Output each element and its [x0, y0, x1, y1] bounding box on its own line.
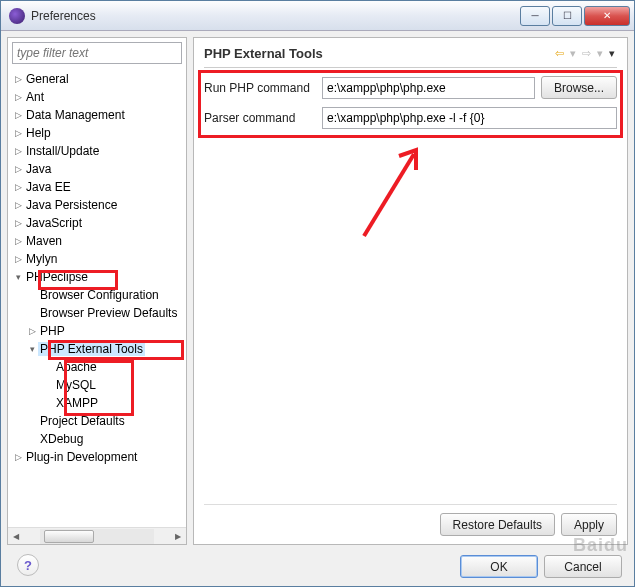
- help-icon[interactable]: ?: [17, 554, 39, 576]
- expand-icon[interactable]: ▷: [12, 92, 24, 102]
- tree-item[interactable]: ▷Java EE: [8, 178, 186, 196]
- forward-icon: ⇨: [580, 47, 593, 60]
- preferences-window: Preferences ─ ☐ ✕ ▷General▷Ant▷Data Mana…: [0, 0, 635, 587]
- close-button[interactable]: ✕: [584, 6, 630, 26]
- run-command-input[interactable]: [322, 77, 535, 99]
- tree-item-label: Mylyn: [24, 252, 59, 266]
- tree-item[interactable]: Project Defaults: [8, 412, 186, 430]
- expand-icon[interactable]: ▷: [26, 326, 38, 336]
- tree-item-label: Java EE: [24, 180, 73, 194]
- tree-item-label: PHP External Tools: [38, 342, 145, 356]
- tree-item-label: Apache: [54, 360, 99, 374]
- page-title: PHP External Tools: [204, 46, 553, 61]
- tree-item[interactable]: XDebug: [8, 430, 186, 448]
- horizontal-scrollbar[interactable]: ◀ ▶: [8, 527, 186, 544]
- expand-icon[interactable]: ▾: [12, 272, 24, 282]
- tree-item-label: PHPeclipse: [24, 270, 90, 284]
- preferences-tree[interactable]: ▷General▷Ant▷Data Management▷Help▷Instal…: [8, 68, 186, 518]
- filter-input[interactable]: [12, 42, 182, 64]
- tree-item-label: XAMPP: [54, 396, 100, 410]
- browse-button[interactable]: Browse...: [541, 76, 617, 99]
- tree-item[interactable]: Browser Configuration: [8, 286, 186, 304]
- expand-icon[interactable]: ▷: [12, 110, 24, 120]
- expand-icon[interactable]: ▷: [12, 452, 24, 462]
- tree-item[interactable]: ▷Mylyn: [8, 250, 186, 268]
- tree-item-label: General: [24, 72, 71, 86]
- tree-item-label: Help: [24, 126, 53, 140]
- expand-icon[interactable]: ▷: [12, 74, 24, 84]
- tree-item[interactable]: ▷Data Management: [8, 106, 186, 124]
- maximize-button[interactable]: ☐: [552, 6, 582, 26]
- tree-item[interactable]: MySQL: [8, 376, 186, 394]
- tree-item[interactable]: Browser Preview Defaults: [8, 304, 186, 322]
- page-nav: ⇦▾ ⇨▾ ▾: [553, 47, 617, 60]
- tree-item[interactable]: ▷General: [8, 70, 186, 88]
- tree-item-label: Project Defaults: [38, 414, 127, 428]
- expand-icon[interactable]: ▷: [12, 146, 24, 156]
- tree-item-label: Java Persistence: [24, 198, 119, 212]
- tree-item[interactable]: ▷JavaScript: [8, 214, 186, 232]
- apply-button[interactable]: Apply: [561, 513, 617, 536]
- tree-item-label: Install/Update: [24, 144, 101, 158]
- tree-item-label: Browser Preview Defaults: [38, 306, 179, 320]
- tree-item[interactable]: ▷PHP: [8, 322, 186, 340]
- window-title: Preferences: [31, 9, 520, 23]
- app-icon: [9, 8, 25, 24]
- tree-item-label: Maven: [24, 234, 64, 248]
- tree-item[interactable]: ▷Ant: [8, 88, 186, 106]
- expand-icon[interactable]: ▷: [12, 254, 24, 264]
- expand-icon[interactable]: ▷: [12, 128, 24, 138]
- tree-item[interactable]: ▷Maven: [8, 232, 186, 250]
- tree-item-label: MySQL: [54, 378, 98, 392]
- tree-item-label: Browser Configuration: [38, 288, 161, 302]
- parser-command-label: Parser command: [204, 111, 316, 125]
- tree-item-label: XDebug: [38, 432, 85, 446]
- tree-item[interactable]: ▷Help: [8, 124, 186, 142]
- tree-item[interactable]: Apache: [8, 358, 186, 376]
- expand-icon[interactable]: ▷: [12, 200, 24, 210]
- tree-item[interactable]: ▷Java: [8, 160, 186, 178]
- tree-item-label: Ant: [24, 90, 46, 104]
- back-icon[interactable]: ⇦: [553, 47, 566, 60]
- tree-item[interactable]: ▷Install/Update: [8, 142, 186, 160]
- tree-item-label: JavaScript: [24, 216, 84, 230]
- tree-item-label: Data Management: [24, 108, 127, 122]
- tree-item[interactable]: ▷Plug-in Development: [8, 448, 186, 466]
- run-command-label: Run PHP command: [204, 81, 316, 95]
- expand-icon[interactable]: ▾: [26, 344, 38, 354]
- tree-item-label: Java: [24, 162, 53, 176]
- restore-defaults-button[interactable]: Restore Defaults: [440, 513, 555, 536]
- parser-command-input[interactable]: [322, 107, 617, 129]
- tree-item-label: PHP: [38, 324, 67, 338]
- tree-item[interactable]: ▾PHP External Tools: [8, 340, 186, 358]
- cancel-button[interactable]: Cancel: [544, 555, 622, 578]
- tree-item[interactable]: ▷Java Persistence: [8, 196, 186, 214]
- ok-button[interactable]: OK: [460, 555, 538, 578]
- tree-item[interactable]: XAMPP: [8, 394, 186, 412]
- menu-icon[interactable]: ▾: [607, 47, 617, 60]
- forward-menu-icon[interactable]: ▾: [595, 47, 605, 60]
- expand-icon[interactable]: ▷: [12, 182, 24, 192]
- expand-icon[interactable]: ▷: [12, 164, 24, 174]
- back-menu-icon[interactable]: ▾: [568, 47, 578, 60]
- annotation-arrow: [344, 136, 434, 246]
- tree-item[interactable]: ▾PHPeclipse: [8, 268, 186, 286]
- expand-icon[interactable]: ▷: [12, 218, 24, 228]
- expand-icon[interactable]: ▷: [12, 236, 24, 246]
- settings-pane: PHP External Tools ⇦▾ ⇨▾ ▾ Run PHP comma…: [193, 37, 628, 545]
- titlebar: Preferences ─ ☐ ✕: [1, 1, 634, 31]
- minimize-button[interactable]: ─: [520, 6, 550, 26]
- svg-line-0: [364, 154, 414, 236]
- tree-item-label: Plug-in Development: [24, 450, 139, 464]
- tree-pane: ▷General▷Ant▷Data Management▷Help▷Instal…: [7, 37, 187, 545]
